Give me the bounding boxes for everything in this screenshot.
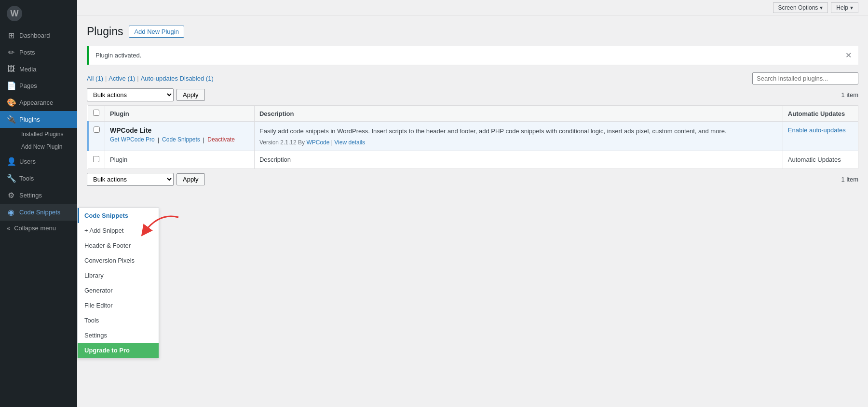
bulk-actions-select-top[interactable]: Bulk actions	[87, 88, 174, 101]
flyout-item-generator[interactable]: Generator	[78, 283, 159, 298]
posts-icon: ✏	[7, 48, 15, 57]
select-all-checkbox-top[interactable]	[93, 110, 99, 116]
collapse-menu-button[interactable]: « Collapse menu	[0, 221, 77, 236]
plugin-checkbox-cell	[88, 122, 105, 151]
screen-options-button[interactable]: Screen Options ▾	[773, 2, 828, 13]
code-snippets-link[interactable]: Code Snippets	[162, 136, 200, 143]
table-header-description: Description	[254, 106, 783, 122]
get-wpcode-pro-link[interactable]: Get WPCode Pro	[110, 136, 155, 143]
sidebar-item-code-snippets[interactable]: ◉ Code Snippets	[0, 204, 77, 221]
table-header-plugin: Plugin	[105, 106, 255, 122]
sidebar-item-pages[interactable]: 📄 Pages	[0, 77, 77, 94]
plugin-auto-updates-cell: Enable auto-updates	[783, 122, 858, 151]
plugin-description-cell: Easily add code snippets in WordPress. I…	[254, 122, 783, 151]
bulk-actions-bottom: Bulk actions Apply 1 item	[87, 173, 858, 186]
search-plugins-input[interactable]	[752, 72, 858, 84]
page-header: Plugins Add New Plugin	[87, 25, 858, 38]
table-header-checkbox-col	[88, 106, 105, 122]
tools-icon: 🔧	[7, 174, 15, 183]
sidebar-item-dashboard[interactable]: ⊞ Dashboard	[0, 27, 77, 44]
content-area: Plugins Add New Plugin Plugin activated.…	[77, 15, 868, 407]
sidebar-item-settings[interactable]: ⚙ Settings	[0, 187, 77, 204]
filter-auto-updates-disabled[interactable]: Auto-updates Disabled (1)	[141, 75, 214, 82]
dashboard-icon: ⊞	[7, 31, 15, 40]
plugin-author-link[interactable]: WPCode	[306, 139, 329, 146]
filter-links: All (1) | Active (1) | Auto-updates Disa…	[87, 75, 214, 82]
footer-checkbox-cell	[88, 151, 105, 168]
flyout-item-header-footer[interactable]: Header & Footer	[78, 238, 159, 253]
flyout-item-library[interactable]: Library	[78, 268, 159, 283]
main-content: Screen Options ▾ Help ▾ Plugins Add New …	[77, 0, 868, 407]
footer-plugin-col: Plugin	[105, 151, 255, 168]
filter-all[interactable]: All (1)	[87, 75, 103, 82]
settings-icon: ⚙	[7, 191, 15, 200]
plugin-checkbox[interactable]	[94, 126, 100, 133]
help-button[interactable]: Help ▾	[831, 2, 858, 13]
page-title: Plugins	[87, 25, 123, 38]
filter-active[interactable]: Active (1)	[108, 75, 135, 82]
items-count-bottom: 1 item	[841, 176, 858, 183]
sidebar-item-plugins[interactable]: 🔌 Plugins	[0, 111, 77, 128]
sidebar-item-tools[interactable]: 🔧 Tools	[0, 170, 77, 187]
sidebar-item-users[interactable]: 👤 Users	[0, 153, 77, 170]
chevron-down-icon: ▾	[820, 4, 823, 11]
search-plugins-area	[752, 72, 858, 84]
table-row-footer: Plugin Description Automatic Updates	[88, 151, 858, 168]
enable-auto-updates-link[interactable]: Enable auto-updates	[788, 126, 846, 134]
items-count-top: 1 item	[841, 91, 858, 98]
footer-auto-updates-col: Automatic Updates	[783, 151, 858, 168]
flyout-item-code-snippets[interactable]: Code Snippets	[78, 208, 159, 223]
code-snippets-icon: ◉	[7, 208, 15, 217]
flyout-item-settings[interactable]: Settings	[78, 328, 159, 343]
sidebar-logo: W	[0, 0, 77, 27]
flyout-item-add-snippet[interactable]: + Add Snippet	[78, 223, 159, 238]
plugin-meta: Version 2.1.12 By WPCode | View details	[259, 139, 778, 146]
apply-button-top[interactable]: Apply	[176, 89, 205, 101]
plugin-description: Easily add code snippets in WordPress. I…	[259, 126, 778, 136]
sidebar: W ⊞ Dashboard ✏ Posts 🖼 Media 📄 Pages 🎨 …	[0, 0, 77, 407]
appearance-icon: 🎨	[7, 98, 15, 107]
sidebar-item-posts[interactable]: ✏ Posts	[0, 44, 77, 61]
apply-button-bottom[interactable]: Apply	[176, 173, 205, 185]
table-row: WPCode Lite Get WPCode Pro | Code Snippe…	[88, 122, 858, 151]
plugin-actions: Get WPCode Pro | Code Snippets | Deactiv…	[110, 136, 249, 143]
chevron-down-icon: ▾	[850, 4, 853, 11]
sidebar-subitem-add-new-plugin[interactable]: Add New Plugin	[0, 140, 77, 153]
plugins-icon: 🔌	[7, 115, 15, 124]
filter-bar: All (1) | Active (1) | Auto-updates Disa…	[87, 72, 858, 84]
pages-icon: 📄	[7, 81, 15, 90]
view-details-link[interactable]: View details	[334, 139, 365, 146]
code-snippets-flyout-menu: Code Snippets + Add Snippet Header & Foo…	[77, 208, 159, 358]
notice-success: Plugin activated. ✕	[87, 46, 858, 65]
flyout-item-conversion-pixels[interactable]: Conversion Pixels	[78, 253, 159, 268]
users-icon: 👤	[7, 157, 15, 166]
plugins-table: Plugin Description Automatic Updates WPC…	[87, 105, 858, 169]
flyout-item-tools[interactable]: Tools	[78, 313, 159, 328]
bulk-actions-select-bottom[interactable]: Bulk actions	[87, 173, 174, 186]
sidebar-item-media[interactable]: 🖼 Media	[0, 61, 77, 77]
topbar: Screen Options ▾ Help ▾	[77, 0, 868, 15]
sidebar-subitem-installed-plugins[interactable]: Installed Plugins	[0, 128, 77, 140]
flyout-item-file-editor[interactable]: File Editor	[78, 298, 159, 313]
media-icon: 🖼	[7, 65, 15, 73]
add-new-plugin-button[interactable]: Add New Plugin	[129, 26, 184, 38]
deactivate-link[interactable]: Deactivate	[207, 136, 235, 143]
flyout-item-upgrade[interactable]: Upgrade to Pro	[78, 343, 159, 358]
collapse-icon: «	[7, 225, 10, 232]
bulk-actions-top: Bulk actions Apply 1 item	[87, 88, 858, 101]
wp-logo-icon: W	[7, 6, 22, 21]
plugin-name-cell: WPCode Lite Get WPCode Pro | Code Snippe…	[105, 122, 255, 151]
plugin-name: WPCode Lite	[110, 126, 249, 134]
sidebar-item-appearance[interactable]: 🎨 Appearance	[0, 94, 77, 111]
notice-dismiss-button[interactable]: ✕	[845, 51, 852, 60]
table-header-auto-updates: Automatic Updates	[783, 106, 858, 122]
select-all-checkbox-bottom[interactable]	[93, 156, 99, 162]
footer-description-col: Description	[254, 151, 783, 168]
